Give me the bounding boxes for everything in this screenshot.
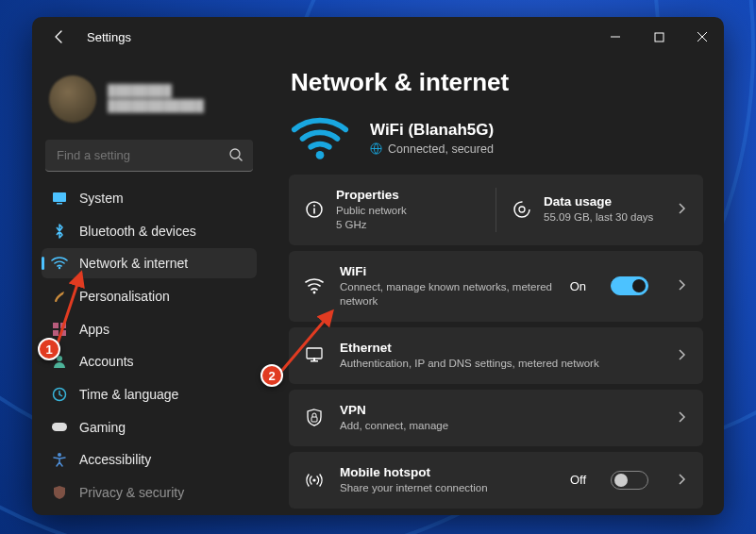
data-usage-link[interactable]: Data usage 55.09 GB, last 30 days — [512, 188, 688, 232]
svg-rect-6 — [60, 323, 66, 328]
sidebar-item-label: Apps — [79, 322, 109, 337]
sidebar-item-system[interactable]: System — [42, 183, 257, 213]
sidebar-item-label: Accessibility — [79, 452, 151, 467]
vpn-title: VPN — [340, 403, 662, 417]
account-text: ████████ ████████████ — [108, 84, 204, 113]
connection-name: WiFi (Blanah5G) — [370, 121, 494, 140]
chevron-right-icon — [677, 347, 688, 364]
svg-rect-8 — [60, 330, 66, 336]
sidebar-item-accounts[interactable]: Accounts — [42, 347, 257, 377]
svg-rect-11 — [52, 423, 67, 431]
svg-point-13 — [316, 151, 325, 159]
svg-rect-24 — [311, 417, 317, 422]
brush-icon — [51, 288, 68, 305]
usage-title: Data usage — [544, 194, 653, 209]
shield-icon — [51, 484, 68, 501]
vpn-icon — [304, 408, 325, 428]
svg-point-4 — [59, 267, 60, 269]
sidebar-item-time[interactable]: Time & language — [42, 379, 257, 409]
clock-icon — [51, 386, 68, 403]
info-band[interactable]: Properties Public network 5 GHz Data usa… — [289, 175, 703, 245]
svg-point-20 — [313, 292, 316, 294]
sidebar-item-label: Gaming — [79, 420, 126, 435]
card-hotspot[interactable]: Mobile hotspot Share your internet conne… — [289, 452, 703, 509]
back-button[interactable] — [49, 26, 70, 47]
sidebar-item-privacy[interactable]: Privacy & security — [42, 477, 257, 508]
annotation-badge-2: 2 — [260, 364, 283, 387]
card-vpn[interactable]: VPN Add, connect, manage — [289, 390, 703, 446]
wifi-icon — [51, 255, 68, 272]
ethernet-icon — [304, 345, 325, 366]
sidebar-item-label: Personalisation — [79, 289, 170, 304]
svg-point-18 — [514, 202, 529, 217]
sidebar-item-personalisation[interactable]: Personalisation — [42, 281, 257, 311]
search-input[interactable] — [45, 140, 253, 172]
hotspot-sub: Share your internet connection — [340, 481, 555, 495]
svg-point-1 — [230, 149, 240, 159]
properties-sub: Public network 5 GHz — [336, 204, 407, 232]
svg-point-12 — [58, 453, 61, 457]
wifi-state-label: On — [570, 279, 586, 293]
ethernet-sub: Authentication, IP and DNS settings, met… — [340, 357, 662, 371]
ethernet-title: Ethernet — [340, 341, 662, 355]
settings-window: Settings ████████ ████████████ — [32, 17, 724, 515]
svg-rect-3 — [57, 203, 62, 205]
hotspot-state-label: Off — [570, 473, 586, 487]
sidebar-item-label: Time & language — [79, 387, 178, 402]
sidebar-item-label: Bluetooth & devices — [79, 224, 196, 239]
sidebar-item-label: Network & internet — [79, 256, 188, 271]
hotspot-title: Mobile hotspot — [340, 465, 555, 479]
svg-rect-17 — [313, 209, 315, 214]
properties-title: Properties — [336, 188, 407, 202]
connection-status: Connected, secured — [388, 142, 494, 156]
gaming-icon — [51, 419, 68, 436]
svg-rect-2 — [53, 192, 66, 202]
sidebar-item-apps[interactable]: Apps — [42, 314, 257, 344]
wifi-toggle[interactable] — [611, 276, 648, 295]
chevron-right-icon — [677, 201, 688, 218]
vpn-sub: Add, connect, manage — [340, 419, 662, 433]
system-icon — [51, 190, 68, 207]
data-usage-icon — [512, 199, 532, 220]
window-title: Settings — [87, 30, 131, 44]
svg-point-16 — [313, 205, 315, 207]
card-wifi[interactable]: WiFi Connect, manage known networks, met… — [289, 251, 703, 322]
hotspot-toggle[interactable] — [611, 471, 648, 490]
svg-rect-23 — [313, 358, 315, 360]
svg-point-9 — [57, 356, 62, 361]
wifi-title: WiFi — [340, 264, 555, 278]
sidebar-item-label: Accounts — [79, 354, 134, 369]
svg-rect-22 — [311, 360, 318, 362]
search-icon — [228, 147, 244, 166]
main-pane: Network & internet WiFi (Blanah5G) Conne… — [266, 57, 724, 515]
card-ethernet[interactable]: Ethernet Authentication, IP and DNS sett… — [289, 327, 703, 384]
usage-sub: 55.09 GB, last 30 days — [544, 210, 653, 225]
info-icon — [304, 199, 325, 220]
properties-link[interactable]: Properties Public network 5 GHz — [304, 188, 480, 232]
maximize-button[interactable] — [637, 17, 680, 57]
sidebar-item-label: System — [79, 191, 124, 206]
bluetooth-icon — [51, 223, 68, 240]
svg-rect-0 — [655, 33, 664, 42]
hero-status: WiFi (Blanah5G) Connected, secured — [289, 114, 703, 161]
avatar — [49, 75, 96, 123]
chevron-right-icon — [677, 277, 688, 294]
sidebar-item-gaming[interactable]: Gaming — [42, 412, 257, 442]
chevron-right-icon — [677, 472, 688, 489]
wifi-large-icon — [291, 114, 349, 161]
accessibility-icon — [51, 451, 68, 468]
wifi-icon — [304, 275, 325, 296]
account-block[interactable]: ████████ ████████████ — [42, 64, 257, 138]
sidebar-item-network[interactable]: Network & internet — [42, 248, 257, 278]
globe-icon — [370, 142, 382, 155]
close-button[interactable] — [680, 17, 724, 57]
svg-rect-21 — [307, 348, 322, 359]
page-title: Network & internet — [291, 68, 703, 97]
sidebar-item-label: Privacy & security — [79, 485, 184, 500]
sidebar-item-bluetooth[interactable]: Bluetooth & devices — [42, 216, 257, 246]
sidebar-item-accessibility[interactable]: Accessibility — [42, 445, 257, 476]
svg-point-19 — [519, 207, 525, 212]
nav-list: System Bluetooth & devices Network & int… — [42, 183, 257, 508]
minimize-button[interactable] — [594, 17, 637, 57]
apps-icon — [51, 321, 68, 338]
